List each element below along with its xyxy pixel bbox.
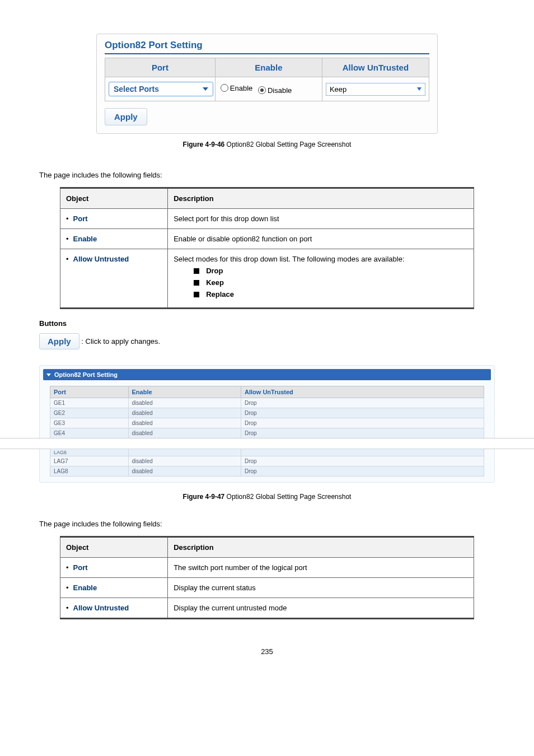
- doc2-row1-desc: Display the current status: [168, 578, 474, 598]
- cell-allow: Drop: [241, 408, 484, 418]
- doc1-row0-object: •Port: [60, 209, 168, 229]
- cell-allow: Drop: [241, 466, 484, 477]
- apply-button-description: : Click to apply changes.: [81, 337, 160, 346]
- cell-enable: disabled: [128, 398, 241, 408]
- figure-caption-2: Figure 4-9-47 Option82 Global Setting Pa…: [39, 493, 495, 501]
- cell-enable: [128, 449, 241, 456]
- cell-enable: disabled: [128, 428, 241, 438]
- doc2-row0-object-text: Port: [73, 563, 88, 572]
- doc2-row1-object-text: Enable: [73, 584, 97, 592]
- cell-allow: Drop: [241, 398, 484, 408]
- mode-keep: Keep: [194, 278, 468, 287]
- doc2-row2-object: •Allow Untrusted: [60, 598, 168, 619]
- doc1-row2-object: •Allow Untrusted: [60, 249, 168, 309]
- cell-port: GE3: [50, 418, 129, 428]
- apply-button[interactable]: Apply: [105, 108, 147, 125]
- enable-radio-label: Enable: [230, 84, 252, 92]
- doc1-row0-object-text: Port: [73, 214, 88, 223]
- status-row: GE2disabledDrop: [50, 408, 484, 418]
- accordion-title: Option82 Port Setting: [54, 371, 118, 378]
- cell-port: LAG6: [50, 449, 129, 456]
- cell-enable: disabled: [128, 456, 241, 466]
- buttons-heading: Buttons: [39, 319, 495, 328]
- status-head-allow: Allow UnTrusted: [241, 386, 484, 398]
- doc1-row2-object-text: Allow Untrusted: [73, 255, 129, 263]
- allow-untrusted-dropdown[interactable]: Keep: [326, 83, 425, 96]
- intro-text-1: The page includes the following fields:: [39, 171, 495, 179]
- page-split-gap: [0, 438, 534, 449]
- doc1-row1-desc: Enable or disable option82 function on p…: [168, 229, 474, 249]
- select-ports-label: Select Ports: [114, 85, 159, 94]
- cell-allow: Drop: [241, 418, 484, 428]
- doc1-row1-object-text: Enable: [73, 235, 97, 243]
- cell-allow: [241, 449, 484, 456]
- col-allow-header: Allow UnTrusted: [322, 58, 429, 77]
- cell-port: LAG7: [50, 456, 129, 466]
- doc2-row0-object: •Port: [60, 558, 168, 578]
- radio-icon: [258, 86, 266, 94]
- option82-status-panel: Option82 Port Setting Port Enable Allow …: [39, 365, 495, 483]
- doc2-head-desc: Description: [168, 537, 474, 558]
- option82-port-setting-panel: Option82 Port Setting Port Enable Allow …: [96, 34, 438, 134]
- status-table-top: Port Enable Allow UnTrusted GE1disabledD…: [50, 386, 484, 438]
- intro-text-2: The page includes the following fields:: [39, 520, 495, 528]
- cell-enable: disabled: [128, 408, 241, 418]
- settings-form-table: Port Enable Allow UnTrusted Select Ports…: [105, 58, 429, 101]
- panel-title: Option82 Port Setting: [105, 40, 429, 54]
- chevron-down-icon: [417, 87, 421, 91]
- status-head-enable: Enable: [128, 386, 241, 398]
- col-port-header: Port: [105, 58, 216, 77]
- status-row: GE4disabledDrop: [50, 428, 484, 438]
- doc1-row2-desc: Select modes for this drop down list. Th…: [168, 249, 474, 309]
- figure-number: Figure 4-9-47: [183, 493, 225, 501]
- figure-caption-1: Figure 4-9-46 Option82 Global Setting Pa…: [39, 141, 495, 148]
- apply-button-inline[interactable]: Apply: [39, 333, 79, 349]
- cell-allow: Drop: [241, 428, 484, 438]
- accordion-header[interactable]: Option82 Port Setting: [43, 369, 491, 380]
- status-table-bottom: LAG6 LAG7disabledDrop LAG8disabledDrop: [50, 449, 484, 477]
- field-description-table-1: Object Description •Port Select port for…: [60, 187, 474, 309]
- enable-radio[interactable]: Enable: [221, 84, 252, 92]
- caret-down-icon: [203, 87, 208, 91]
- allow-untrusted-value: Keep: [330, 85, 346, 94]
- doc1-head-object: Object: [60, 188, 168, 209]
- disable-radio-label: Disable: [268, 86, 292, 95]
- doc1-head-desc: Description: [168, 188, 474, 209]
- doc1-row0-desc: Select port for this drop down list: [168, 209, 474, 229]
- disable-radio[interactable]: Disable: [258, 86, 292, 95]
- figure-text: Option82 Global Setting Page Screenshot: [224, 141, 351, 148]
- status-row: GE1disabledDrop: [50, 398, 484, 408]
- cell-port: GE1: [50, 398, 129, 408]
- enable-radio-group: Enable Disable: [219, 84, 318, 95]
- status-row: LAG8disabledDrop: [50, 466, 484, 477]
- cell-enable: disabled: [128, 466, 241, 477]
- cell-port: GE2: [50, 408, 129, 418]
- page-number: 235: [39, 647, 495, 656]
- col-enable-header: Enable: [215, 58, 322, 77]
- select-ports-dropdown[interactable]: Select Ports: [109, 82, 213, 96]
- figure-text: Option82 Global Setting Page Screenshot: [224, 493, 351, 501]
- status-row: LAG7disabledDrop: [50, 456, 484, 466]
- radio-icon: [221, 84, 228, 92]
- field-description-table-2: Object Description •Port The switch port…: [60, 536, 474, 619]
- doc1-row1-object: •Enable: [60, 229, 168, 249]
- cell-port: LAG8: [50, 466, 129, 477]
- status-head-port: Port: [50, 386, 129, 398]
- figure-number: Figure 4-9-46: [183, 141, 225, 148]
- status-row: LAG6: [50, 449, 484, 456]
- doc2-row2-desc: Display the current untrusted mode: [168, 598, 474, 619]
- doc2-head-object: Object: [60, 537, 168, 558]
- cell-allow: Drop: [241, 456, 484, 466]
- doc2-row2-object-text: Allow Untrusted: [73, 604, 129, 612]
- caret-down-icon: [46, 374, 51, 376]
- doc2-row0-desc: The switch port number of the logical po…: [168, 558, 474, 578]
- doc1-row2-desc-intro: Select modes for this drop down list. Th…: [174, 255, 404, 263]
- mode-list: Drop Keep Replace: [174, 267, 468, 298]
- cell-port: GE4: [50, 428, 129, 438]
- mode-drop: Drop: [194, 267, 468, 275]
- status-row: GE3disabledDrop: [50, 418, 484, 428]
- mode-replace: Replace: [194, 290, 468, 298]
- cell-enable: disabled: [128, 418, 241, 428]
- doc2-row1-object: •Enable: [60, 578, 168, 598]
